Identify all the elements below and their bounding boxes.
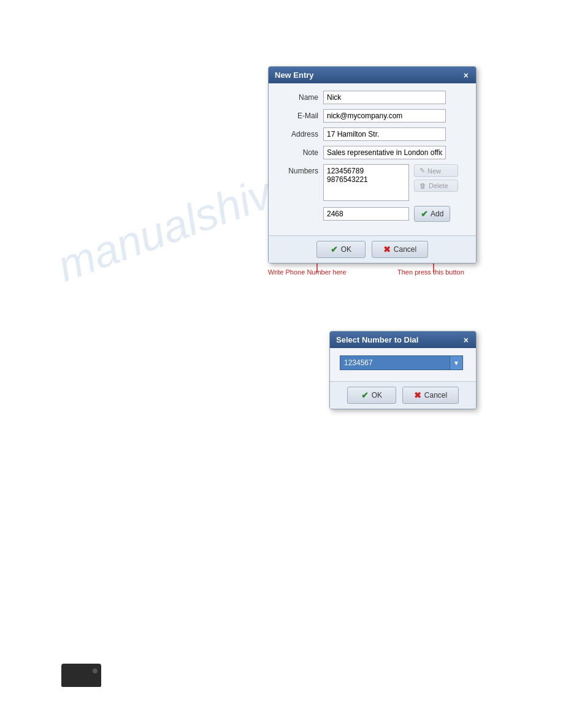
select-number-dialog: Select Number to Dial × ▼ ✔ OK ✖ Cancel	[329, 331, 477, 409]
add-checkmark-icon: ✔	[421, 209, 428, 219]
select-dropdown-row: ▼	[340, 355, 466, 370]
address-row: Address	[278, 127, 466, 141]
new-entry-close-button[interactable]: ×	[462, 71, 470, 80]
add-row: ✔ Add	[323, 206, 466, 222]
new-entry-title: New Entry	[275, 70, 314, 80]
numbers-action-buttons: ✎ New 🗑 Delete	[414, 164, 458, 192]
number-item-1: 123456789	[327, 167, 405, 175]
select-cancel-button[interactable]: ✖ Cancel	[402, 387, 459, 404]
numbers-section: Numbers 123456789 9876543221 ✎ New 🗑 Del…	[278, 164, 466, 201]
select-number-input[interactable]	[340, 355, 450, 370]
select-number-body: ▼	[330, 348, 476, 381]
select-number-title: Select Number to Dial	[336, 335, 418, 344]
new-entry-footer: ✔ OK ✖ Cancel	[269, 235, 476, 263]
cancel-cross-icon: ✖	[383, 245, 391, 254]
select-cancel-label: Cancel	[424, 391, 447, 400]
new-number-button[interactable]: ✎ New	[414, 164, 458, 177]
write-phone-annotation: Write Phone Number here	[268, 268, 347, 276]
add-number-button[interactable]: ✔ Add	[414, 206, 450, 222]
address-input[interactable]	[323, 127, 446, 141]
ok-button[interactable]: ✔ OK	[316, 241, 366, 258]
select-ok-checkmark-icon: ✔	[361, 390, 369, 400]
delete-icon: 🗑	[419, 182, 426, 189]
select-number-titlebar: Select Number to Dial ×	[330, 332, 476, 348]
select-ok-button[interactable]: ✔ OK	[347, 387, 396, 404]
device-box	[61, 664, 101, 687]
new-entry-body: Name E-Mail Address Note Numbers 1234567…	[269, 83, 476, 235]
name-row: Name	[278, 91, 466, 104]
select-number-close-button[interactable]: ×	[462, 336, 470, 344]
numbers-label: Numbers	[278, 167, 318, 175]
number-item-2: 9876543221	[327, 175, 405, 184]
add-number-label: Add	[431, 210, 443, 218]
delete-number-button[interactable]: 🗑 Delete	[414, 180, 458, 192]
note-input[interactable]	[323, 146, 446, 159]
device-image	[61, 664, 98, 688]
add-number-input[interactable]	[323, 207, 409, 221]
name-label: Name	[278, 93, 318, 102]
email-input[interactable]	[323, 109, 446, 123]
cancel-label: Cancel	[394, 245, 416, 254]
select-number-footer: ✔ OK ✖ Cancel	[330, 381, 476, 409]
note-label: Note	[278, 148, 318, 157]
ok-checkmark-icon: ✔	[331, 245, 338, 254]
note-row: Note	[278, 146, 466, 159]
cancel-button[interactable]: ✖ Cancel	[372, 241, 428, 258]
numbers-list[interactable]: 123456789 9876543221	[323, 164, 409, 201]
address-label: Address	[278, 130, 318, 138]
delete-number-label: Delete	[429, 182, 448, 189]
name-input[interactable]	[323, 91, 446, 104]
select-cancel-cross-icon: ✖	[414, 390, 421, 400]
email-label: E-Mail	[278, 112, 318, 120]
select-ok-label: OK	[372, 391, 382, 400]
new-entry-dialog: New Entry × Name E-Mail Address Note Num…	[268, 66, 477, 264]
new-number-label: New	[427, 167, 441, 175]
email-row: E-Mail	[278, 109, 466, 123]
new-entry-titlebar: New Entry ×	[269, 67, 476, 83]
new-number-icon: ✎	[419, 167, 425, 175]
press-button-annotation: Then press this button	[397, 268, 464, 276]
dropdown-arrow-icon[interactable]: ▼	[450, 355, 463, 370]
ok-label: OK	[341, 245, 351, 254]
